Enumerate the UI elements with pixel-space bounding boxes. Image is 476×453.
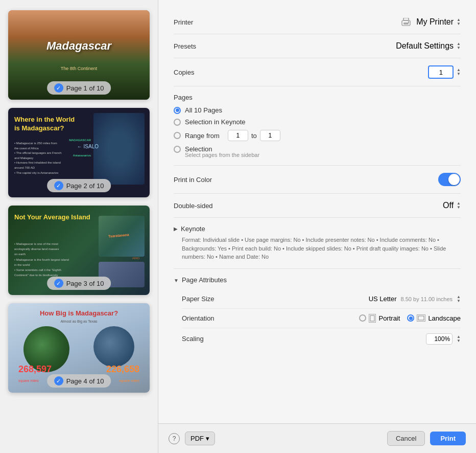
slide-2-arrows: ← ISALO [77,144,99,149]
presets-value-group[interactable]: Default Settings ▲ ▼ [396,41,461,51]
svg-rect-1 [403,22,409,25]
pages-range-radio[interactable] [174,132,181,139]
copies-value-group: ▲ ▼ [428,65,461,79]
pages-all-label: All 10 Pages [185,106,222,114]
copies-input[interactable] [428,65,454,79]
keynote-section-title: Keynote [181,225,205,233]
scaling-input[interactable] [426,333,453,345]
pages-range-row[interactable]: Range from to [174,130,461,141]
scaling-value-group: ▲ ▼ [426,333,461,345]
pdf-button[interactable]: PDF ▾ [185,432,215,445]
svg-rect-5 [418,316,424,320]
pages-all-radio[interactable] [174,107,181,114]
orientation-value-group: Portrait Landscape [359,314,461,323]
orientation-portrait-option[interactable]: Portrait [359,314,400,323]
slide-4-num1: 268,597 [18,364,52,375]
slide-4-unit1: square miles [18,379,39,382]
presets-row: Presets Default Settings ▲ ▼ [174,34,461,58]
orientation-portrait-label: Portrait [378,314,400,322]
orientation-landscape-label: Landscape [428,314,461,322]
slide-4-title: How Big is Madagascar? [40,309,118,317]
slide-1-title: Madagascar [46,39,111,53]
paper-size-label: Paper Size [182,295,215,303]
slide-3-label2: ARID [132,257,139,260]
paper-size-row: Paper Size US Letter 8.50 by 11.00 inche… [182,290,461,309]
page-attr-section-title: Page Attributes [182,276,227,284]
slide-2-bullets: • Madagascar is 250 miles fromthe coast … [14,141,62,175]
range-from-input[interactable] [228,130,248,141]
pages-selection-keynote-row[interactable]: Selection in Keynote [174,118,461,126]
pdf-chevron-icon: ▾ [206,435,209,442]
pages-selection-radio[interactable] [174,146,181,153]
print-settings-panel: Printer My Printer ▲ ▼ Presets Default S… [158,0,476,453]
slide-2-label2: Antananarivo [73,154,91,157]
scaling-stepper[interactable]: ▲ ▼ [457,335,461,343]
paper-size-value: US Letter [369,295,397,303]
double-sided-stepper[interactable]: ▲ ▼ [457,201,461,210]
scaling-label: Scaling [182,335,204,343]
slide-2-label1: MADAGASCAR [69,139,91,142]
double-sided-value-group[interactable]: Off ▲ ▼ [443,201,461,210]
copies-stepper[interactable]: ▲ ▼ [457,68,461,76]
double-sided-row: Double-sided Off ▲ ▼ [174,194,461,218]
pages-selection-keynote-radio[interactable] [174,119,181,126]
page-attributes-header[interactable]: ▼ Page Attributes [174,276,461,284]
slide-4-subtitle: Almost as Big as Texas [60,320,97,323]
slide-thumbnail-2[interactable]: Where in the World is Madagascar? • Mada… [8,108,150,197]
printer-stepper[interactable]: ▲ ▼ [457,18,461,26]
presets-value: Default Settings [396,41,454,51]
svg-rect-2 [403,18,409,20]
slide-3-check: ✓ [54,279,63,288]
keynote-content: Format: Individual slide • Use page marg… [182,236,461,261]
pages-all-row[interactable]: All 10 Pages [174,106,461,114]
page-attr-expand-arrow: ▼ [174,278,179,283]
keynote-expand-arrow: ▶ [174,226,178,232]
printer-value-group[interactable]: My Printer ▲ ▼ [401,17,461,27]
slide-4-check: ✓ [54,376,63,386]
paper-size-stepper[interactable]: ▲ ▼ [457,295,461,303]
selection-help-text: Select pages from the sidebar [185,152,461,158]
print-button[interactable]: Print [430,432,466,445]
slide-4-label: ✓ Page 4 of 10 [47,374,111,388]
slide-2-map [93,113,145,185]
slide-1-label: ✓ Page 1 of 10 [47,81,111,95]
keynote-section: ▶ Keynote Format: Individual slide • Use… [174,218,461,269]
paper-size-value-group[interactable]: US Letter 8.50 by 11.00 inches ▲ ▼ [369,295,461,303]
print-color-row: Print in Color [174,166,461,194]
paper-size-dimensions: 8.50 by 11.00 inches [401,296,453,302]
printer-row: Printer My Printer ▲ ▼ [174,10,461,34]
keynote-header[interactable]: ▶ Keynote [174,225,461,233]
slide-thumbnail-4[interactable]: How Big is Madagascar? Almost as Big as … [8,303,150,393]
printer-icon [401,18,411,26]
range-separator: to [251,132,257,140]
pages-range-label: Range from [185,132,220,140]
pages-label: Pages [174,94,461,101]
slide-panel: Madagascar The 8th Continent ✓ Page 1 of… [0,0,158,453]
bottom-toolbar: ? PDF ▾ Cancel Print [158,423,476,453]
print-color-label: Print in Color [174,176,225,184]
pdf-label: PDF [191,435,204,442]
presets-label: Presets [174,42,225,50]
slide-3-bullets: • Madagascar is one of the mostecologica… [14,241,69,278]
copies-row: Copies ▲ ▼ [174,58,461,86]
orientation-portrait-radio[interactable] [359,314,366,322]
orientation-label: Orientation [182,314,215,322]
presets-stepper[interactable]: ▲ ▼ [457,42,461,50]
print-color-toggle[interactable] [438,173,461,186]
orientation-landscape-option[interactable]: Landscape [407,314,461,322]
cancel-button[interactable]: Cancel [387,431,425,446]
slide-2-check: ✓ [54,181,63,190]
orientation-landscape-radio[interactable] [407,314,414,322]
scaling-row: Scaling ▲ ▼ [182,328,461,350]
slide-1-check: ✓ [54,83,63,93]
slide-thumbnail-1[interactable]: Madagascar The 8th Continent ✓ Page 1 of… [8,10,150,100]
print-settings-content: Printer My Printer ▲ ▼ Presets Default S… [158,0,476,423]
portrait-icon [369,314,376,323]
slide-thumbnail-3[interactable]: Not Your Average Island • Madagascar is … [8,206,150,295]
svg-rect-4 [370,315,374,321]
help-button[interactable]: ? [169,433,180,444]
range-to-input[interactable] [260,130,280,141]
slide-4-unit2: square miles [119,379,139,382]
slide-1-subtitle: The 8th Continent [61,66,98,71]
double-sided-value: Off [443,201,454,210]
